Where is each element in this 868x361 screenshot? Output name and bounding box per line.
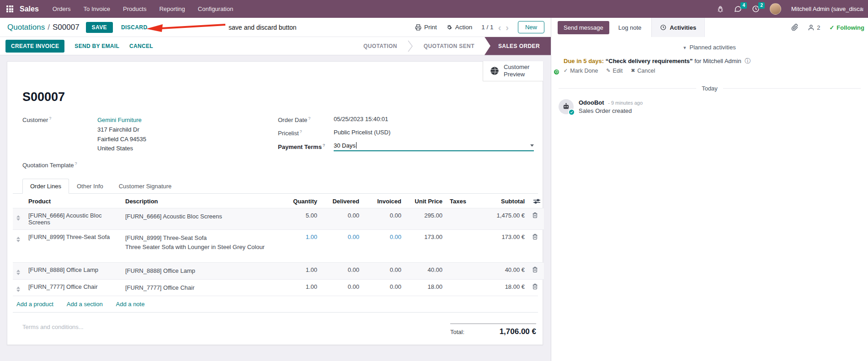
cell-description[interactable]: [FURN_8888] Office Lamp — [122, 263, 282, 280]
action-button[interactable]: Action — [446, 24, 473, 31]
attachments-paperclip-icon[interactable] — [791, 24, 799, 31]
add-a-note-link[interactable]: Add a note — [116, 301, 145, 308]
cell-unit-price[interactable]: 173.00 — [405, 230, 446, 263]
annotation-text: save and discard button — [229, 24, 297, 31]
cell-description[interactable]: [FURN_6666] Acoustic Bloc Screens — [122, 208, 282, 230]
delete-row-icon[interactable] — [532, 266, 540, 273]
info-icon[interactable]: ⓘ — [745, 58, 751, 64]
menu-products[interactable]: Products — [123, 5, 146, 12]
cell-invoiced[interactable]: 0.00 — [363, 208, 405, 230]
add-a-product-link[interactable]: Add a product — [16, 301, 53, 308]
col-description[interactable]: Description — [122, 195, 282, 208]
dropdown-caret-icon[interactable] — [530, 144, 534, 147]
col-subtotal[interactable]: Subtotal — [469, 195, 528, 208]
cell-delivered[interactable]: 0.00 — [321, 230, 363, 263]
col-unit-price[interactable]: Unit Price — [405, 195, 446, 208]
col-product[interactable]: Product — [25, 195, 122, 208]
pricelist-value[interactable]: Public Pricelist (USD) — [334, 129, 390, 136]
drag-handle-icon[interactable] — [16, 285, 20, 292]
customer-preview-button[interactable]: Customer Preview — [483, 61, 543, 81]
tab-other-info[interactable]: Other Info — [69, 179, 111, 194]
cell-product[interactable]: [FURN_8888] Office Lamp — [25, 263, 122, 280]
order-lines-table: Product Description Quantity Delivered I… — [13, 195, 544, 296]
planned-activities-header[interactable]: ▾ Planned activities — [551, 37, 868, 56]
pager-next-icon[interactable]: › — [506, 23, 509, 32]
stage-quotation[interactable]: QUOTATION — [353, 37, 407, 55]
activities-clock-icon[interactable]: 2 — [752, 5, 760, 13]
followers-button[interactable]: 2 — [808, 24, 820, 31]
cell-description[interactable]: [FURN_8999] Three-Seat SofaThree Seater … — [122, 230, 282, 263]
cell-delivered[interactable]: 0.00 — [321, 208, 363, 230]
cell-unit-price[interactable]: 295.00 — [405, 208, 446, 230]
terms-and-conditions-placeholder[interactable]: Terms and conditions... — [13, 324, 84, 336]
cell-taxes[interactable] — [446, 230, 469, 263]
quotation-template-label[interactable]: Quotation Template? — [22, 161, 146, 169]
discard-button[interactable]: DISCARD — [121, 24, 147, 31]
cell-product[interactable]: [FURN_7777] Office Chair — [25, 279, 122, 296]
debug-bug-icon[interactable] — [717, 5, 724, 13]
activities-button[interactable]: Activities — [652, 18, 705, 37]
menu-configuration[interactable]: Configuration — [198, 5, 233, 12]
order-date-value[interactable]: 05/25/2023 15:40:01 — [334, 116, 388, 122]
cell-taxes[interactable] — [446, 263, 469, 280]
send-by-email-button[interactable]: SEND BY EMAIL — [75, 43, 119, 49]
mark-done-button[interactable]: ✓Mark Done — [564, 68, 598, 74]
col-invoiced[interactable]: Invoiced — [363, 195, 405, 208]
stage-sales-order[interactable]: SALES ORDER — [485, 37, 551, 55]
col-delivered[interactable]: Delivered — [321, 195, 363, 208]
delete-row-icon[interactable] — [532, 212, 540, 218]
print-button[interactable]: Print — [415, 24, 437, 31]
delete-row-icon[interactable] — [532, 234, 540, 240]
tab-customer-signature[interactable]: Customer Signature — [111, 179, 180, 194]
breadcrumb-quotations[interactable]: Quotations — [7, 23, 45, 32]
new-button[interactable]: New — [518, 21, 544, 33]
customer-link[interactable]: Gemini Furniture — [97, 116, 146, 125]
payment-terms-field[interactable]: 30 Days — [334, 142, 534, 151]
drag-handle-icon[interactable] — [16, 235, 20, 242]
cell-delivered[interactable]: 0.00 — [321, 263, 363, 280]
pager-prev-icon[interactable]: ‹ — [498, 23, 501, 32]
cell-quantity[interactable]: 5.00 — [282, 208, 321, 230]
cell-delivered[interactable]: 0.00 — [321, 279, 363, 296]
cell-product[interactable]: [FURN_6666] Acoustic Bloc Screens — [25, 208, 122, 230]
send-message-button[interactable]: Send message — [558, 21, 609, 34]
apps-menu-icon[interactable] — [6, 5, 13, 12]
col-quantity[interactable]: Quantity — [282, 195, 321, 208]
cell-unit-price[interactable]: 40.00 — [405, 263, 446, 280]
log-note-button[interactable]: Log note — [618, 24, 642, 31]
cell-taxes[interactable] — [446, 208, 469, 230]
stage-quotation-sent[interactable]: QUOTATION SENT — [414, 37, 485, 55]
cell-invoiced[interactable]: 0.00 — [363, 263, 405, 280]
following-button[interactable]: ✓ Following — [829, 24, 864, 31]
edit-activity-button[interactable]: ✎Edit — [606, 68, 623, 74]
cell-description[interactable]: [FURN_7777] Office Chair — [122, 279, 282, 296]
user-name[interactable]: Mitchell Admin (save_discar — [791, 5, 863, 12]
cell-invoiced[interactable]: 0.00 — [363, 230, 405, 263]
cell-product[interactable]: [FURN_8999] Three-Seat Sofa — [25, 230, 122, 263]
delete-row-icon[interactable] — [532, 283, 540, 290]
cell-invoiced[interactable]: 0.00 — [363, 279, 405, 296]
cancel-button[interactable]: CANCEL — [129, 43, 153, 49]
tab-order-lines[interactable]: Order Lines — [22, 179, 69, 194]
adjust-columns-icon[interactable] — [533, 198, 540, 204]
message-author[interactable]: OdooBot — [579, 99, 604, 106]
menu-orders[interactable]: Orders — [53, 5, 71, 12]
cell-quantity[interactable]: 1.00 — [282, 230, 321, 263]
cancel-activity-button[interactable]: ✖Cancel — [631, 68, 655, 74]
cell-unit-price[interactable]: 18.00 — [405, 279, 446, 296]
drag-handle-icon[interactable] — [16, 214, 20, 221]
create-invoice-button[interactable]: CREATE INVOICE — [5, 40, 64, 53]
messages-icon[interactable]: 4 — [734, 5, 742, 13]
add-a-section-link[interactable]: Add a section — [67, 301, 103, 308]
menu-to-invoice[interactable]: To Invoice — [84, 5, 111, 12]
cell-quantity[interactable]: 1.00 — [282, 279, 321, 296]
cell-quantity[interactable]: 1.00 — [282, 263, 321, 280]
save-button[interactable]: SAVE — [86, 22, 113, 33]
drag-handle-icon[interactable] — [16, 268, 20, 275]
menu-reporting[interactable]: Reporting — [159, 5, 185, 12]
user-avatar[interactable] — [770, 3, 781, 15]
address-line: Fairfield CA 94535 — [97, 135, 146, 144]
cell-taxes[interactable] — [446, 279, 469, 296]
col-taxes[interactable]: Taxes — [446, 195, 469, 208]
app-name[interactable]: Sales — [20, 5, 39, 13]
